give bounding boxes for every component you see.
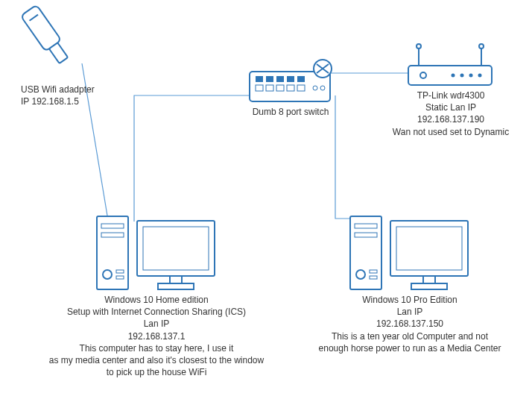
- svg-rect-28: [101, 224, 124, 228]
- svg-rect-33: [137, 221, 215, 276]
- usb-wifi-adapter-label: USB Wifi adadpter IP 192.168.1.5: [21, 84, 95, 107]
- svg-rect-3: [250, 72, 330, 101]
- usb-wifi-line2: IP 192.168.1.5: [21, 95, 95, 107]
- pc-pro-label: Windows 10 Pro Edition Lan IP 192.168.13…: [298, 294, 522, 354]
- svg-point-14: [313, 86, 317, 90]
- svg-rect-8: [297, 76, 305, 82]
- router-line1: TP-Link wdr4300: [380, 90, 522, 101]
- svg-point-21: [469, 74, 473, 78]
- pc-home-line4: 192.168.137.1: [37, 330, 276, 342]
- svg-rect-5: [266, 76, 273, 82]
- svg-point-40: [356, 270, 365, 279]
- svg-rect-43: [390, 221, 468, 276]
- pc-home-line5: This computer has to stay here, I use it: [37, 342, 276, 354]
- router-line4: Wan not used set to Dynamic: [380, 126, 522, 138]
- svg-rect-44: [396, 227, 462, 270]
- router-line3: 192.168.137.190: [380, 113, 522, 125]
- svg-point-15: [320, 86, 325, 90]
- pc-pro-line4: This is a ten year old Computer and not: [298, 330, 522, 342]
- svg-rect-32: [116, 276, 124, 279]
- svg-rect-6: [276, 76, 284, 82]
- svg-rect-29: [101, 233, 124, 237]
- svg-rect-1: [49, 43, 68, 63]
- svg-rect-41: [370, 270, 377, 273]
- svg-point-24: [417, 44, 421, 48]
- svg-rect-45: [423, 276, 435, 283]
- switch-label: Dumb 8 port switch: [231, 106, 350, 118]
- svg-rect-10: [266, 85, 273, 91]
- svg-rect-35: [170, 276, 182, 283]
- svg-rect-34: [143, 227, 209, 270]
- svg-rect-9: [256, 85, 263, 91]
- svg-point-20: [460, 74, 464, 78]
- svg-rect-17: [408, 66, 492, 85]
- svg-rect-27: [97, 216, 128, 289]
- router-label: TP-Link wdr4300 Static Lan IP 192.168.13…: [380, 90, 522, 138]
- svg-rect-46: [411, 283, 447, 289]
- svg-line-2: [30, 15, 38, 21]
- svg-rect-31: [116, 270, 124, 273]
- pc-home-line2: Setup with Internet Connection Sharing (…: [37, 306, 276, 318]
- svg-point-19: [452, 74, 455, 78]
- pc-home-line7: to pick up the house WiFi: [37, 366, 276, 378]
- svg-rect-37: [350, 216, 381, 289]
- pc-pro-line2: Lan IP: [298, 306, 522, 318]
- usb-wifi-line1: USB Wifi adadpter: [21, 84, 95, 95]
- svg-rect-4: [256, 76, 263, 82]
- svg-rect-12: [287, 85, 294, 91]
- pc-home-label: Windows 10 Home edition Setup with Inter…: [37, 294, 276, 378]
- svg-rect-0: [21, 4, 62, 51]
- svg-rect-39: [355, 233, 377, 237]
- svg-point-18: [420, 72, 426, 78]
- svg-rect-13: [297, 85, 305, 91]
- pc-pro-line1: Windows 10 Pro Edition: [298, 294, 522, 306]
- pc-home-line1: Windows 10 Home edition: [37, 294, 276, 306]
- router-line2: Static Lan IP: [380, 101, 522, 113]
- pc-pro-line5: enough horse power to run as a Media Cen…: [298, 342, 522, 354]
- pc-home-line3: Lan IP: [37, 318, 276, 330]
- svg-point-22: [478, 74, 482, 78]
- pc-pro-line3: 192.168.137.150: [298, 318, 522, 330]
- svg-rect-42: [370, 276, 377, 279]
- svg-rect-11: [276, 85, 284, 91]
- svg-rect-7: [287, 76, 294, 82]
- svg-rect-38: [355, 224, 377, 228]
- pc-home-line6: as my media center and also it's closest…: [37, 354, 276, 366]
- svg-point-26: [479, 44, 484, 48]
- svg-rect-36: [158, 283, 194, 289]
- svg-point-30: [103, 270, 112, 279]
- svg-point-16: [314, 60, 332, 78]
